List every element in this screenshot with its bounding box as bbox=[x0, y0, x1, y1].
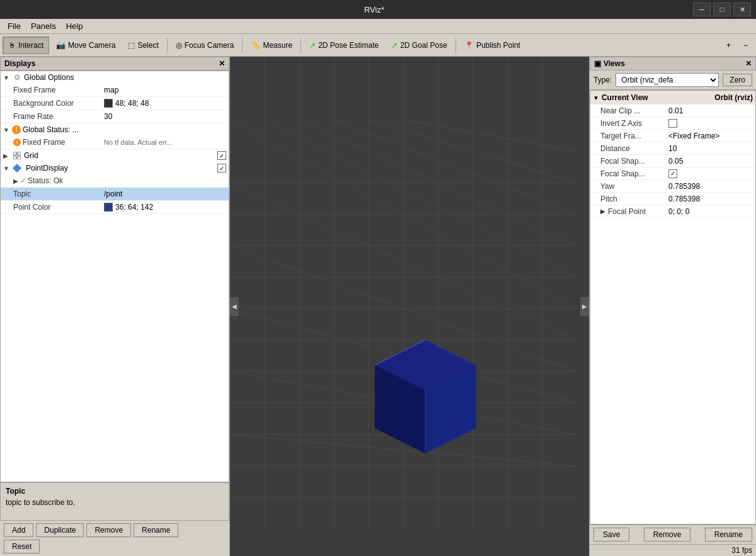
invert-z-row[interactable]: Invert Z Axis bbox=[590, 117, 755, 130]
measure-button[interactable]: 📏 Measure bbox=[245, 37, 298, 54]
type-select[interactable]: Orbit (rviz_defa bbox=[616, 73, 719, 87]
maximize-button[interactable]: □ bbox=[713, 3, 731, 16]
focal-point-value: 0; 0; 0 bbox=[666, 207, 755, 217]
displays-title: Displays bbox=[4, 59, 35, 68]
menu-panels[interactable]: Panels bbox=[26, 20, 61, 32]
views-remove-button[interactable]: Remove bbox=[644, 528, 691, 542]
extra-plus-button[interactable]: + bbox=[721, 37, 736, 54]
minimize-button[interactable]: ─ bbox=[693, 3, 711, 16]
current-view-label: Current View bbox=[602, 93, 648, 102]
info-panel-title: Topic bbox=[6, 487, 224, 496]
invert-z-checkbox[interactable] bbox=[668, 119, 677, 128]
bg-color-row[interactable]: Background Color 48; 48; 48 bbox=[1, 97, 229, 110]
displays-tree: ▼ ⚙ Global Options Fixed Frame map Backg… bbox=[0, 71, 229, 482]
remove-button[interactable]: Remove bbox=[86, 523, 131, 537]
focus-camera-button[interactable]: ◎ Focus Camera bbox=[170, 37, 240, 54]
yaw-row[interactable]: Yaw 0.785398 bbox=[590, 180, 755, 193]
svg-rect-1 bbox=[18, 152, 21, 155]
3d-viewport[interactable]: ◀ ▶ bbox=[230, 57, 589, 556]
point-color-row[interactable]: Point Color 36; 64; 142 bbox=[1, 201, 229, 214]
views-save-button[interactable]: Save bbox=[593, 528, 629, 542]
global-fixed-frame-row[interactable]: ! Fixed Frame No tf data. Actual err... bbox=[1, 136, 229, 149]
pose-estimate-button[interactable]: ↗ 2D Pose Estimate bbox=[304, 37, 384, 54]
views-close-button[interactable]: ✕ bbox=[745, 59, 752, 68]
svg-line-30 bbox=[265, 120, 576, 277]
menu-file[interactable]: File bbox=[3, 20, 26, 32]
bg-color-value[interactable]: 48; 48; 48 bbox=[101, 97, 229, 110]
warning-icon: ! bbox=[12, 125, 21, 134]
duplicate-button[interactable]: Duplicate bbox=[36, 523, 84, 537]
interact-label: Interact bbox=[18, 41, 43, 50]
focal-shape2-row[interactable]: Focal Shap... ✓ bbox=[590, 167, 755, 180]
interact-button[interactable]: 🖱 Interact bbox=[3, 37, 49, 54]
window-controls[interactable]: ─ □ ✕ bbox=[693, 3, 751, 16]
distance-row[interactable]: Distance 10 bbox=[590, 142, 755, 155]
bg-color-swatch bbox=[104, 99, 113, 108]
global-status-item[interactable]: ▼ ! Global Status: ... bbox=[1, 123, 229, 136]
grid-overlay bbox=[230, 57, 589, 556]
info-panel-description: topic to subscribe to. bbox=[6, 498, 224, 507]
pitch-row[interactable]: Pitch 0.785398 bbox=[590, 193, 755, 205]
separator-4 bbox=[455, 38, 456, 53]
invert-z-value bbox=[666, 118, 755, 128]
grid-icon bbox=[12, 150, 22, 161]
publish-point-button[interactable]: 📍 Publish Point bbox=[459, 37, 526, 54]
add-button[interactable]: Add bbox=[4, 523, 33, 537]
point-display-label: PointDisplay bbox=[26, 164, 68, 173]
near-clip-row[interactable]: Near Clip ... 0.01 bbox=[590, 105, 755, 117]
close-button[interactable]: ✕ bbox=[733, 3, 751, 16]
menu-bar: File Panels Help bbox=[0, 19, 756, 34]
menu-help[interactable]: Help bbox=[61, 20, 88, 32]
expand-arrow-grid: ▶ bbox=[3, 152, 12, 159]
views-rename-button[interactable]: Rename bbox=[705, 528, 752, 542]
separator-3 bbox=[301, 38, 301, 53]
displays-close-button[interactable]: ✕ bbox=[219, 59, 225, 68]
collapse-right-button[interactable]: ▶ bbox=[580, 297, 589, 316]
topic-row[interactable]: Topic /point bbox=[1, 188, 229, 201]
topic-value[interactable]: /point bbox=[101, 188, 229, 200]
svg-line-32 bbox=[334, 120, 576, 214]
focus-icon: ◎ bbox=[176, 41, 182, 50]
fixed-frame-value[interactable]: map bbox=[101, 84, 229, 96]
global-status-label: Global Status: ... bbox=[23, 125, 79, 134]
goal-green-icon: ↗ bbox=[391, 41, 398, 50]
near-clip-label: Near Clip ... bbox=[590, 106, 666, 116]
point-display-item[interactable]: ▼ PointDisplay ✓ bbox=[1, 162, 229, 174]
frame-rate-label: Frame Rate bbox=[1, 110, 101, 123]
distance-label: Distance bbox=[590, 144, 666, 154]
point-display-checkbox[interactable]: ✓ bbox=[217, 164, 226, 173]
select-button[interactable]: ⬚ Select bbox=[122, 37, 164, 54]
views-title: Views bbox=[604, 59, 625, 68]
ruler-icon: 📏 bbox=[251, 41, 260, 50]
displays-bottom-buttons: Add Duplicate Remove Rename bbox=[0, 520, 229, 540]
point-color-value[interactable]: 36; 64; 142 bbox=[101, 201, 229, 213]
global-options-label: Global Options bbox=[24, 73, 74, 82]
focal-shape2-checkbox[interactable]: ✓ bbox=[668, 169, 677, 178]
focal-shape2-label: Focal Shap... bbox=[590, 169, 666, 179]
goal-pose-button[interactable]: ↗ 2D Goal Pose bbox=[386, 37, 453, 54]
select-label: Select bbox=[137, 41, 158, 50]
fps-value: 31 fps bbox=[731, 546, 752, 555]
status-ok-label: Status: Ok bbox=[28, 176, 63, 185]
move-camera-button[interactable]: 📷 Move Camera bbox=[50, 37, 121, 54]
zero-button[interactable]: Zero bbox=[723, 74, 752, 86]
focal-point-row[interactable]: ▶ Focal Point 0; 0; 0 bbox=[590, 205, 755, 218]
target-frame-row[interactable]: Target Fra... <Fixed Frame> bbox=[590, 130, 755, 142]
status-ok-row[interactable]: ▶ ✓ Status: Ok bbox=[1, 174, 229, 188]
reset-button[interactable]: Reset bbox=[4, 540, 40, 553]
frame-rate-row[interactable]: Frame Rate 30 bbox=[1, 110, 229, 123]
ok-icon: ✓ bbox=[20, 177, 26, 185]
main-layout: Displays ✕ ▼ ⚙ Global Options Fixed Fram… bbox=[0, 57, 756, 556]
global-options-item[interactable]: ▼ ⚙ Global Options bbox=[1, 71, 229, 84]
extra-minus-button[interactable]: − bbox=[738, 37, 753, 54]
pitch-value: 0.785398 bbox=[666, 194, 755, 204]
collapse-left-button[interactable]: ◀ bbox=[230, 297, 239, 316]
grid-item[interactable]: ▶ Grid ✓ bbox=[1, 149, 229, 162]
rename-button[interactable]: Rename bbox=[134, 523, 178, 537]
focal-shape1-row[interactable]: Focal Shap... 0.05 bbox=[590, 155, 755, 167]
grid-checkbox[interactable]: ✓ bbox=[217, 151, 226, 160]
frame-rate-value[interactable]: 30 bbox=[101, 110, 229, 123]
fixed-frame-row[interactable]: Fixed Frame map bbox=[1, 84, 229, 97]
svg-line-34 bbox=[403, 120, 576, 151]
current-view-header[interactable]: ▼ Current View Orbit (rviz) bbox=[590, 91, 755, 105]
